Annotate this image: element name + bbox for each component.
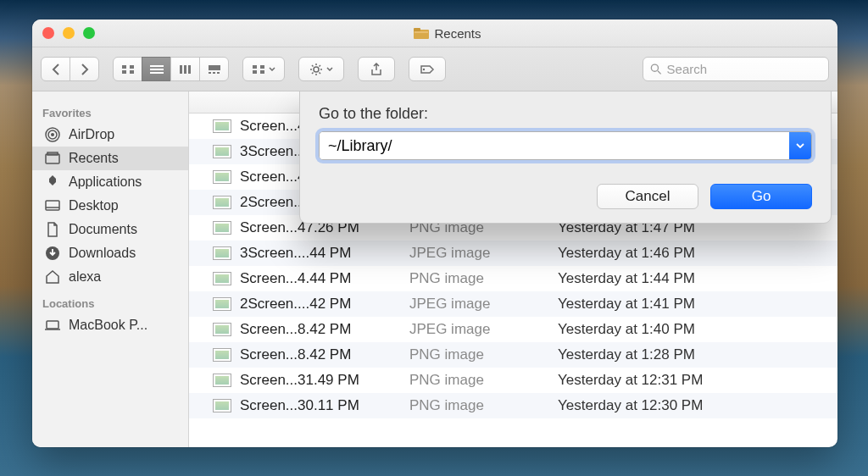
file-thumbnail-icon — [213, 145, 231, 158]
share-icon — [370, 63, 382, 76]
svg-point-21 — [314, 67, 319, 72]
svg-rect-2 — [415, 31, 428, 33]
svg-rect-1 — [414, 28, 420, 31]
airdrop-icon — [44, 126, 61, 143]
file-row[interactable]: Screen...30.11 PMPNG imageYesterday at 1… — [189, 393, 837, 418]
sidebar-item-label: Documents — [69, 222, 137, 237]
icon-view-button[interactable] — [113, 57, 142, 81]
cancel-button[interactable]: Cancel — [597, 184, 698, 209]
file-kind: JPEG image — [409, 245, 558, 262]
file-thumbnail-icon — [213, 272, 231, 285]
file-thumbnail-icon — [213, 323, 231, 336]
search-field[interactable] — [643, 57, 829, 81]
svg-rect-13 — [209, 65, 220, 70]
chevron-down-icon — [326, 67, 333, 71]
window-body: Favorites AirDrop Recents Applications D… — [32, 91, 837, 447]
sidebar-item-label: alexa — [69, 269, 101, 285]
sidebar-item-downloads[interactable]: Downloads — [32, 241, 188, 265]
svg-rect-15 — [213, 72, 215, 74]
titlebar: Recents — [32, 19, 837, 47]
sidebar-item-documents[interactable]: Documents — [32, 218, 188, 241]
column-view-button[interactable] — [170, 57, 200, 81]
svg-line-27 — [320, 72, 321, 74]
sidebar-item-recents[interactable]: Recents — [32, 147, 188, 170]
icon-view-icon — [121, 64, 135, 75]
file-modified: Yesterday at 1:41 PM — [558, 296, 837, 313]
svg-rect-18 — [260, 65, 264, 69]
file-modified: Yesterday at 1:28 PM — [558, 346, 837, 363]
downloads-icon — [44, 245, 61, 262]
file-thumbnail-icon — [213, 170, 231, 184]
sidebar-item-label: MacBook P... — [69, 318, 147, 333]
folder-path-input[interactable] — [320, 132, 789, 159]
sidebar-item-desktop[interactable]: Desktop — [32, 194, 188, 218]
search-input[interactable] — [667, 62, 821, 76]
forward-button[interactable] — [70, 57, 99, 81]
sidebar-item-label: Downloads — [69, 246, 136, 261]
svg-rect-7 — [150, 65, 164, 67]
svg-line-32 — [658, 71, 661, 75]
sidebar-item-label: Desktop — [69, 198, 119, 213]
file-name: 2Screen....42 PM — [240, 296, 409, 313]
file-thumbnail-icon — [213, 399, 231, 412]
file-kind: JPEG image — [409, 296, 558, 313]
file-kind: PNG image — [409, 346, 558, 363]
file-row[interactable]: Screen...8.42 PMPNG imageYesterday at 1:… — [189, 342, 837, 368]
file-thumbnail-icon — [213, 374, 231, 387]
file-name: 3Screen....44 PM — [240, 245, 409, 262]
file-row[interactable]: 2Screen....42 PMJPEG imageYesterday at 1… — [189, 291, 837, 317]
file-thumbnail-icon — [213, 348, 231, 362]
svg-rect-41 — [47, 321, 58, 329]
svg-line-26 — [312, 65, 314, 67]
file-row[interactable]: Screen...8.42 PMJPEG imageYesterday at 1… — [189, 317, 837, 342]
file-list: Screen...47.26 PMPNG imagePM3Screen....4… — [189, 91, 837, 447]
list-view-button[interactable] — [142, 57, 171, 81]
documents-icon — [44, 221, 61, 238]
go-button[interactable]: Go — [710, 184, 812, 209]
svg-rect-19 — [253, 70, 257, 74]
svg-rect-12 — [188, 65, 191, 74]
svg-rect-20 — [260, 70, 264, 74]
file-modified: Yesterday at 1:40 PM — [558, 321, 837, 338]
minimize-window-button[interactable] — [63, 27, 75, 39]
group-by-button[interactable] — [242, 57, 285, 81]
file-row[interactable]: Screen...4.44 PMPNG imageYesterday at 1:… — [189, 266, 837, 291]
svg-point-35 — [51, 133, 54, 136]
go-to-folder-dialog: Go to the folder: Cancel Go — [299, 91, 832, 224]
close-window-button[interactable] — [42, 27, 54, 39]
toolbar — [32, 47, 837, 91]
view-switcher — [113, 57, 229, 81]
share-button[interactable] — [358, 57, 395, 81]
sidebar-item-label: Recents — [69, 151, 119, 166]
gallery-view-button[interactable] — [199, 57, 229, 81]
file-modified: Yesterday at 1:46 PM — [558, 245, 837, 262]
applications-icon — [44, 174, 61, 191]
sidebar-item-home[interactable]: alexa — [32, 265, 188, 289]
action-menu-button[interactable] — [298, 57, 344, 81]
file-row[interactable]: Screen...31.49 PMPNG imageYesterday at 1… — [189, 368, 837, 393]
tag-icon — [420, 64, 435, 75]
svg-rect-11 — [184, 65, 186, 74]
sidebar-item-airdrop[interactable]: AirDrop — [32, 123, 188, 147]
home-icon — [44, 268, 61, 285]
file-thumbnail-icon — [213, 246, 231, 260]
svg-rect-9 — [150, 72, 164, 74]
chevron-down-icon — [269, 67, 275, 71]
svg-rect-8 — [150, 69, 164, 70]
gallery-view-icon — [208, 64, 221, 75]
sidebar-item-applications[interactable]: Applications — [32, 170, 188, 194]
file-row[interactable]: 3Screen....44 PMJPEG imageYesterday at 1… — [189, 241, 837, 266]
zoom-window-button[interactable] — [83, 27, 95, 39]
back-button[interactable] — [41, 57, 70, 81]
file-thumbnail-icon — [213, 297, 231, 311]
finder-window: Recents — [32, 19, 837, 447]
column-view-icon — [179, 64, 192, 75]
sidebar-item-macbook[interactable]: MacBook P... — [32, 313, 188, 337]
tags-button[interactable] — [409, 57, 446, 81]
folder-path-dropdown-button[interactable] — [789, 132, 811, 159]
gear-icon — [309, 63, 323, 76]
sidebar-item-label: Applications — [69, 174, 142, 190]
list-view-icon — [150, 64, 164, 75]
title-folder-icon — [414, 27, 429, 39]
dialog-prompt: Go to the folder: — [319, 105, 812, 123]
